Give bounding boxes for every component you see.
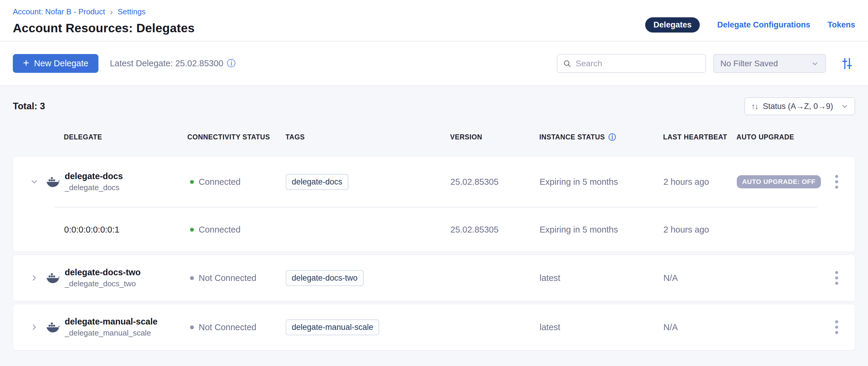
page-header: Account: Nofar B - Product › Settings Ac… — [0, 0, 868, 41]
connectivity-status-cell: Not Connected — [188, 273, 286, 283]
delegate-card-delegate-docs-two: delegate-docs-two _delegate_docs_two Not… — [13, 255, 855, 301]
delegate-row[interactable]: delegate-docs _delegate_docs Connected d… — [13, 157, 855, 207]
header-tabs: Delegates Delegate Configurations Tokens — [645, 17, 855, 32]
header-left: Account: Nofar B - Product › Settings Ac… — [13, 7, 194, 41]
page-title: Account Resources: Delegates — [13, 21, 194, 35]
column-header-instance-status: INSTANCE STATUS ⓘ — [539, 133, 663, 141]
delegate-row[interactable]: delegate-manual-scale _delegate_manual_s… — [13, 304, 855, 350]
chevron-right-icon — [30, 274, 39, 282]
auto-upgrade-badge: AUTO UPGRADE: OFF — [737, 175, 821, 188]
tab-delegates[interactable]: Delegates — [645, 17, 700, 32]
not-connected-dot-icon — [190, 276, 194, 280]
column-header-tags: TAGS — [285, 133, 450, 141]
instance-status-cell: Expiring in 5 months — [539, 177, 663, 187]
docker-icon — [45, 321, 60, 334]
delegate-instance-row: 0:0:0:0:0:0:0:1 Connected 25.02.85305 Ex… — [13, 207, 855, 252]
saved-filter-label: No Filter Saved — [720, 59, 778, 68]
tag-chip: delegate-docs-two — [286, 270, 364, 286]
chevron-right-icon — [30, 323, 39, 332]
connected-dot-icon — [190, 180, 194, 184]
search-box — [557, 54, 706, 73]
instance-host: 0:0:0:0:0:0:0:1 — [41, 225, 188, 235]
connectivity-status-cell: Not Connected — [188, 322, 286, 332]
not-connected-dot-icon — [190, 326, 194, 329]
delegate-id: _delegate_docs — [65, 183, 123, 193]
new-delegate-button-label: New Delegate — [34, 58, 88, 68]
delegate-cell: delegate-docs _delegate_docs — [41, 171, 188, 193]
delegate-id: _delegate_manual_scale — [65, 328, 157, 338]
delegates-list-panel: Total: 3 ↑↓ Status (A→Z, 0→9) DELEGATE C… — [0, 86, 868, 350]
total-count: Total: 3 — [13, 101, 45, 112]
delegate-name: delegate-manual-scale — [65, 316, 157, 327]
delegate-name: delegate-docs-two — [65, 267, 141, 278]
column-header-auto-upgrade: AUTO UPGRADE — [737, 133, 817, 141]
delegate-card-delegate-docs: delegate-docs _delegate_docs Connected d… — [13, 157, 855, 252]
last-heartbeat-cell: N/A — [663, 273, 737, 283]
breadcrumb-separator-icon: › — [109, 7, 113, 17]
row-menu-button[interactable] — [833, 318, 841, 336]
collapse-row-button[interactable] — [28, 175, 41, 188]
delegate-cell: delegate-manual-scale _delegate_manual_s… — [41, 316, 188, 338]
breadcrumb-account-link[interactable]: Account: Nofar B - Product — [13, 7, 105, 17]
breadcrumb-settings-link[interactable]: Settings — [118, 7, 146, 17]
connected-dot-icon — [190, 228, 194, 232]
delegate-cell: delegate-docs-two _delegate_docs_two — [41, 267, 188, 289]
connectivity-status-cell: Connected — [188, 177, 286, 187]
instance-status-header-label: INSTANCE STATUS — [539, 133, 605, 141]
expand-row-button[interactable] — [28, 272, 41, 284]
plus-icon: + — [23, 58, 29, 68]
tag-chip: delegate-manual-scale — [286, 319, 379, 335]
tab-delegate-configurations[interactable]: Delegate Configurations — [717, 20, 810, 30]
last-heartbeat-cell: 2 hours ago — [663, 177, 737, 187]
last-heartbeat-cell: N/A — [663, 322, 737, 332]
table-header-row: DELEGATE CONNECTIVITY STATUS TAGS VERSIO… — [13, 131, 855, 143]
connectivity-status-label: Not Connected — [199, 273, 256, 283]
delegate-row[interactable]: delegate-docs-two _delegate_docs_two Not… — [13, 255, 855, 301]
delegate-name-block: delegate-docs _delegate_docs — [65, 171, 123, 193]
column-header-version: VERSION — [450, 133, 539, 141]
sort-dropdown[interactable]: ↑↓ Status (A→Z, 0→9) — [745, 97, 855, 115]
column-header-connectivity-status: CONNECTIVITY STATUS — [187, 133, 285, 141]
last-heartbeat-cell: 2 hours ago — [663, 225, 737, 235]
delegate-card-delegate-manual-scale: delegate-manual-scale _delegate_manual_s… — [13, 304, 855, 350]
row-menu-button[interactable] — [833, 269, 841, 287]
toolbar: + New Delegate Latest Delegate: 25.02.85… — [0, 41, 868, 86]
summary-row: Total: 3 ↑↓ Status (A→Z, 0→9) — [13, 86, 855, 115]
sort-arrows-icon: ↑↓ — [751, 102, 758, 111]
tags-cell: delegate-docs-two — [286, 270, 451, 286]
delegate-name-block: delegate-manual-scale _delegate_manual_s… — [65, 316, 157, 338]
instance-status-cell: latest — [539, 273, 663, 283]
chevron-down-icon — [811, 60, 819, 67]
instance-status-cell: Expiring in 5 months — [539, 225, 663, 235]
expand-row-button[interactable] — [28, 321, 41, 334]
column-header-delegate: DELEGATE — [41, 133, 187, 141]
chevron-down-icon — [30, 177, 39, 186]
auto-upgrade-cell: AUTO UPGRADE: OFF — [737, 175, 817, 188]
search-input[interactable] — [576, 59, 700, 68]
info-icon[interactable]: ⓘ — [609, 134, 616, 141]
chevron-down-icon — [841, 103, 848, 110]
instance-status-cell: latest — [539, 322, 663, 332]
saved-filter-dropdown[interactable]: No Filter Saved — [713, 54, 826, 73]
info-icon[interactable]: ⓘ — [227, 59, 236, 68]
latest-delegate-version: Latest Delegate: 25.02.85300 ⓘ — [110, 58, 236, 68]
tab-tokens[interactable]: Tokens — [828, 20, 855, 30]
sort-label: Status (A→Z, 0→9) — [763, 102, 833, 111]
delegate-name-block: delegate-docs-two _delegate_docs_two — [65, 267, 141, 289]
new-delegate-button[interactable]: + New Delegate — [13, 54, 98, 73]
connectivity-status-label: Connected — [199, 177, 240, 187]
search-icon — [563, 59, 571, 68]
version-cell: 25.02.85305 — [451, 225, 539, 235]
tags-cell: delegate-manual-scale — [286, 319, 451, 335]
delegate-id: _delegate_docs_two — [65, 279, 141, 289]
delegate-name: delegate-docs — [65, 171, 123, 181]
tag-chip: delegate-docs — [286, 174, 348, 190]
filter-settings-button[interactable] — [839, 56, 855, 72]
connectivity-status-cell: Connected — [188, 225, 286, 235]
column-header-last-heartbeat: LAST HEARTBEAT — [663, 133, 737, 141]
row-menu-button[interactable] — [833, 173, 841, 191]
tags-cell: delegate-docs — [286, 174, 451, 190]
connectivity-status-label: Connected — [199, 225, 240, 235]
docker-icon — [45, 175, 60, 188]
filter-sliders-icon — [840, 57, 854, 71]
